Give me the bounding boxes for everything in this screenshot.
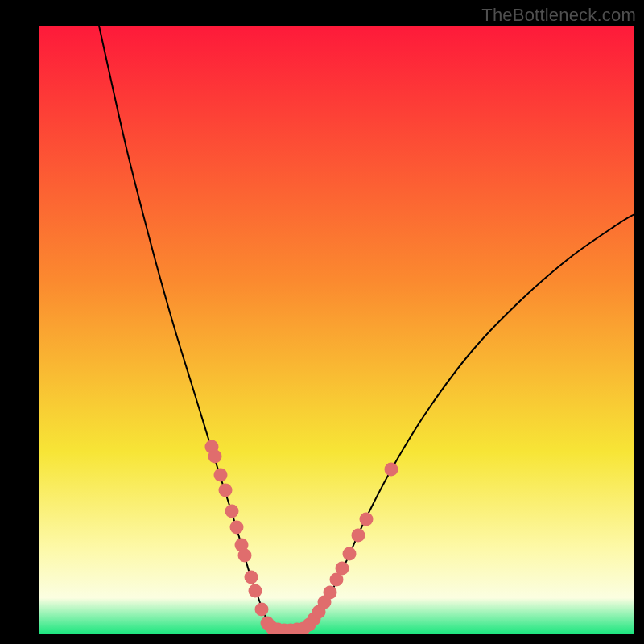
data-dot	[225, 505, 239, 518]
data-dot	[230, 521, 244, 535]
data-dot	[245, 571, 258, 584]
plot-area	[39, 26, 634, 634]
data-dot	[352, 529, 365, 543]
gradient-background	[39, 26, 634, 634]
chart-frame: TheBottleneck.com	[0, 0, 644, 644]
watermark-text: TheBottleneck.com	[481, 5, 636, 26]
data-dot	[214, 469, 228, 482]
data-dot	[249, 584, 262, 598]
data-dot	[343, 547, 357, 561]
data-dot	[360, 513, 374, 526]
data-dot	[208, 450, 222, 464]
data-dot	[385, 463, 398, 477]
data-dot	[219, 484, 233, 497]
data-dot	[255, 603, 269, 617]
data-dot	[238, 549, 252, 563]
data-dot	[324, 586, 337, 600]
data-dot	[336, 562, 349, 576]
plot-svg	[39, 26, 634, 634]
